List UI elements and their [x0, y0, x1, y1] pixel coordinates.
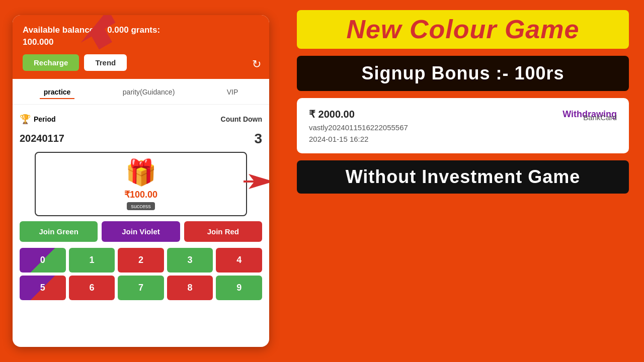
signup-banner: Signup Bonus :- 100rs [297, 56, 629, 91]
join-green-button[interactable]: Join Green [20, 221, 98, 242]
number-button-5[interactable]: 5 [20, 276, 66, 300]
period-row: 🏆 Period Count Down [20, 110, 262, 129]
prize-popup: 🎁 ₹100.00 success [35, 152, 247, 216]
number-button-9[interactable]: 9 [216, 276, 262, 300]
trend-button[interactable]: Trend [84, 54, 127, 71]
withdrawal-date: 2024-01-15 16:22 [309, 135, 617, 143]
join-violet-button[interactable]: Join Violet [102, 221, 180, 242]
countdown-number: 3 [254, 131, 262, 147]
prize-success-badge: success [127, 202, 155, 210]
tab-vip[interactable]: VIP [223, 86, 243, 99]
number-button-1[interactable]: 1 [69, 248, 115, 273]
number-button-2[interactable]: 2 [118, 248, 164, 273]
phone-card: Available balance: ₹ 0.000 grants: 100.0… [13, 15, 269, 347]
arrow-prize-icon [244, 171, 269, 192]
withdrawal-card: ₹ 2000.00 Withdrawing vastly202401151622… [297, 98, 629, 153]
bottom-banner: Without Investment Game [297, 160, 629, 194]
join-red-button[interactable]: Join Red [184, 221, 262, 242]
prize-amount: ₹100.00 [41, 189, 241, 200]
left-panel: Available balance: ₹ 0.000 grants: 100.0… [0, 0, 282, 362]
tab-practice[interactable]: practice [40, 86, 75, 99]
withdrawal-middle-row: vastly20240115162220555​67 BankCard [309, 123, 617, 132]
number-grid-row1: 0 1 2 3 4 [20, 248, 262, 273]
signup-text: Signup Bonus :- 100rs [307, 63, 619, 84]
number-button-8[interactable]: 8 [167, 276, 213, 300]
number-button-0[interactable]: 0 [20, 248, 66, 273]
balance-buttons: Recharge Trend [23, 54, 259, 71]
recharge-button[interactable]: Recharge [23, 54, 79, 71]
number-button-6[interactable]: 6 [69, 276, 115, 300]
withdrawal-row-top: ₹ 2000.00 Withdrawing [309, 108, 617, 120]
balance-label: Available balance: ₹ 0.000 grants: 100.0… [23, 24, 259, 48]
period-number: 20240117 [20, 133, 64, 144]
tabs-row: practice parity(Guidance) VIP [13, 79, 269, 105]
withdrawal-method: BankCard [583, 113, 617, 122]
period-label-text: Period [34, 115, 56, 123]
balance-label-text: Available balance: ₹ 0.000 grants: [23, 25, 160, 35]
title-banner: New Colour Game [297, 10, 629, 49]
svg-marker-1 [244, 174, 269, 189]
game-area: 🏆 Period Count Down 20240117 3 🎁 ₹100.00… [13, 105, 269, 308]
balance-section: Available balance: ₹ 0.000 grants: 100.0… [13, 15, 269, 79]
period-value-row: 20240117 3 [20, 129, 262, 152]
countdown-label: Count Down [221, 115, 262, 123]
number-grid-row2: 5 6 7 8 9 [20, 276, 262, 300]
balance-amount: 100.000 [23, 37, 53, 47]
refresh-icon[interactable]: ↻ [252, 58, 261, 71]
number-button-3[interactable]: 3 [167, 248, 213, 273]
withdrawal-amount: ₹ 2000.00 [309, 108, 355, 120]
join-buttons: Join Green Join Violet Join Red [20, 221, 262, 242]
prize-bag-icon: 🎁 [41, 158, 241, 187]
trophy-icon: 🏆 [20, 114, 31, 125]
right-panel: New Colour Game Signup Bonus :- 100rs ₹ … [282, 0, 644, 362]
title-text: New Colour Game [307, 15, 619, 44]
withdrawal-id: vastly20240115162220555​67 [309, 123, 408, 132]
tab-parity[interactable]: parity(Guidance) [119, 86, 179, 99]
bottom-text: Without Investment Game [307, 166, 619, 188]
number-button-4[interactable]: 4 [216, 248, 262, 273]
period-label: 🏆 Period [20, 114, 56, 125]
number-button-7[interactable]: 7 [118, 276, 164, 300]
